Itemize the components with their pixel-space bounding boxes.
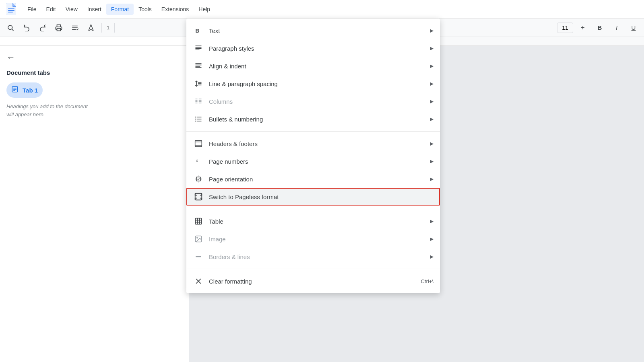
clear-formatting-shortcut: Ctrl+\ <box>421 278 433 284</box>
zoom-level[interactable]: 1 <box>105 25 111 31</box>
toolbar-sep-1 <box>101 23 102 33</box>
menu-bar: File Edit View Insert Format Tools Exten… <box>0 0 644 19</box>
tab-1-label: Tab 1 <box>23 87 38 94</box>
underline-btn[interactable]: U <box>626 21 641 35</box>
headers-label: Headers & footers <box>209 140 430 147</box>
format-menu-borders: Borders & lines ▶ <box>186 248 440 265</box>
paragraph-styles-label: Paragraph styles <box>209 45 430 52</box>
divider-1 <box>186 131 440 132</box>
format-menu-paragraph-styles[interactable]: Paragraph styles ▶ <box>186 39 440 57</box>
format-menu-page-numbers[interactable]: # Page numbers ▶ <box>186 152 440 170</box>
format-menu-columns: Columns ▶ <box>186 93 440 110</box>
page-orientation-arrow: ▶ <box>430 176 433 182</box>
align-label: Align & indent <box>209 63 430 70</box>
svg-rect-57 <box>196 236 202 242</box>
increase-font-btn[interactable]: + <box>576 21 590 35</box>
sidebar: ← Document tabs Tab 1 Headings you add t… <box>0 46 189 362</box>
menu-view[interactable]: View <box>61 4 83 15</box>
svg-text:B: B <box>196 28 200 34</box>
table-arrow: ▶ <box>430 218 433 224</box>
divider-2 <box>186 209 440 209</box>
svg-rect-7 <box>57 28 61 31</box>
ruler-left-blank <box>0 37 189 45</box>
sidebar-title: Document tabs <box>6 69 182 76</box>
format-menu-line-spacing[interactable]: Line & paragraph spacing ▶ <box>186 75 440 93</box>
image-label: Image <box>209 236 430 243</box>
menu-edit[interactable]: Edit <box>41 4 61 15</box>
font-size-input[interactable]: 11 <box>557 23 573 33</box>
back-button[interactable]: ← <box>6 52 182 63</box>
align-icon <box>193 61 204 71</box>
headers-icon <box>193 139 204 148</box>
paragraph-styles-icon <box>193 43 204 53</box>
line-spacing-label: Line & paragraph spacing <box>209 80 430 87</box>
svg-rect-3 <box>8 10 14 11</box>
format-menu-clear[interactable]: Clear formatting Ctrl+\ <box>186 272 440 290</box>
undo-btn[interactable] <box>19 21 34 35</box>
borders-label: Borders & lines <box>209 253 430 260</box>
line-spacing-icon <box>193 79 204 88</box>
bold-btn[interactable]: B <box>592 21 607 35</box>
svg-rect-52 <box>196 218 202 224</box>
paint-btn[interactable] <box>84 21 98 35</box>
print-btn[interactable] <box>52 21 66 35</box>
format-menu-align[interactable]: Align & indent ▶ <box>186 57 440 75</box>
sidebar-hint: Headings you add to the documentwill app… <box>6 103 182 118</box>
clear-formatting-label: Clear formatting <box>209 278 421 285</box>
format-menu-page-orientation[interactable]: Page orientation ▶ <box>186 170 440 188</box>
svg-text:#: # <box>196 158 198 163</box>
columns-icon <box>193 97 204 106</box>
borders-icon <box>193 252 204 261</box>
svg-line-6 <box>12 29 13 31</box>
text-icon: B <box>193 26 204 35</box>
format-menu-table[interactable]: Table ▶ <box>186 212 440 230</box>
page-orientation-label: Page orientation <box>209 176 430 183</box>
columns-arrow: ▶ <box>430 99 433 104</box>
tab-icon <box>11 86 19 95</box>
search-btn[interactable] <box>3 21 18 35</box>
align-arrow: ▶ <box>430 63 433 69</box>
format-menu-switch-pageless[interactable]: Switch to Pageless format <box>186 188 440 206</box>
pageless-icon <box>193 192 204 202</box>
toolbar-sep-2 <box>114 23 115 33</box>
menu-format[interactable]: Format <box>106 4 134 15</box>
table-icon <box>193 216 204 226</box>
menu-insert[interactable]: Insert <box>83 4 106 15</box>
italic-btn[interactable]: I <box>609 21 624 35</box>
format-menu-bullets[interactable]: Bullets & numbering ▶ <box>186 110 440 128</box>
format-text-label: Text <box>209 27 430 34</box>
format-menu-headers[interactable]: Headers & footers ▶ <box>186 135 440 152</box>
page-orientation-icon <box>193 174 204 184</box>
switch-pageless-label: Switch to Pageless format <box>209 193 433 200</box>
page-numbers-arrow: ▶ <box>430 158 433 164</box>
format-menu-image: Image ▶ <box>186 230 440 248</box>
tab-1-item[interactable]: Tab 1 <box>6 82 43 98</box>
menu-help[interactable]: Help <box>194 4 215 15</box>
menu-file[interactable]: File <box>23 4 41 15</box>
menu-tools[interactable]: Tools <box>134 4 157 15</box>
page-numbers-label: Page numbers <box>209 158 430 165</box>
divider-3 <box>186 269 440 269</box>
line-spacing-arrow: ▶ <box>430 81 433 86</box>
svg-point-44 <box>195 121 196 122</box>
table-label: Table <box>209 218 430 225</box>
image-arrow: ▶ <box>430 236 433 242</box>
svg-rect-51 <box>195 193 202 200</box>
svg-point-58 <box>197 237 198 239</box>
paragraph-styles-arrow: ▶ <box>430 45 433 51</box>
page-numbers-icon: # <box>193 156 204 166</box>
bullets-arrow: ▶ <box>430 116 433 122</box>
svg-point-5 <box>8 25 12 30</box>
text-arrow: ▶ <box>430 28 433 33</box>
svg-rect-46 <box>195 141 202 147</box>
svg-point-40 <box>195 117 196 118</box>
format-menu-text[interactable]: B Text ▶ <box>186 22 440 39</box>
spell-check-btn[interactable] <box>68 21 82 35</box>
clear-formatting-icon <box>193 276 204 286</box>
borders-arrow: ▶ <box>430 254 433 259</box>
format-menu: B Text ▶ Paragraph styles ▶ Align & <box>186 19 440 293</box>
svg-rect-2 <box>8 8 14 9</box>
menu-extensions[interactable]: Extensions <box>157 4 194 15</box>
image-icon <box>193 234 204 244</box>
redo-btn[interactable] <box>35 21 50 35</box>
